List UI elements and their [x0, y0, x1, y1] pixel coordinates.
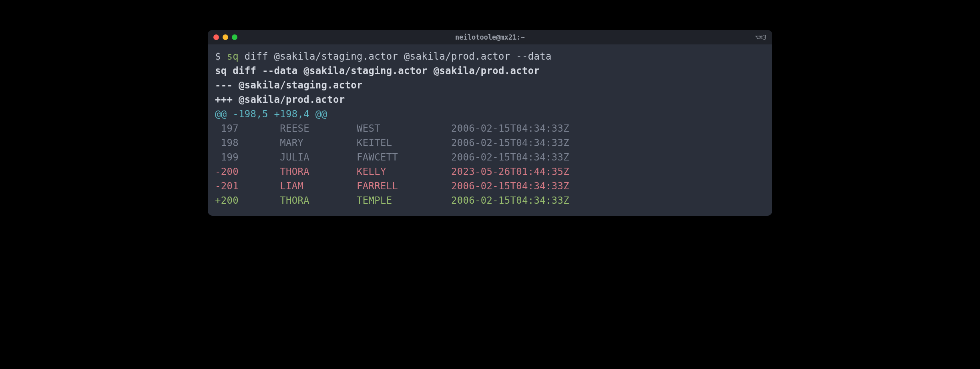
diff-hunk-header: @@ -198,5 +198,4 @@ [215, 107, 765, 121]
titlebar: neilotoole@mx21:~ ⌥⌘3 [208, 30, 772, 44]
diff-context-row: 197 REESE WEST 2006-02-15T04:34:33Z [215, 121, 765, 136]
command-name: sq [227, 51, 239, 62]
terminal-body[interactable]: $ sq diff @sakila/staging.actor @sakila/… [208, 44, 772, 216]
prompt-line: $ sq diff @sakila/staging.actor @sakila/… [215, 49, 765, 64]
diff-context-row: 198 MARY KEITEL 2006-02-15T04:34:33Z [215, 136, 765, 150]
close-icon[interactable] [213, 34, 219, 40]
diff-context-row: 199 JULIA FAWCETT 2006-02-15T04:34:33Z [215, 150, 765, 164]
keyboard-shortcut-indicator: ⌥⌘3 [755, 34, 767, 41]
terminal-window: neilotoole@mx21:~ ⌥⌘3 $ sq diff @sakila/… [208, 30, 772, 216]
diff-added-row: +200 THORA TEMPLE 2006-02-15T04:34:33Z [215, 193, 765, 208]
minimize-icon[interactable] [223, 34, 228, 40]
maximize-icon[interactable] [232, 34, 237, 40]
command-args: diff @sakila/staging.actor @sakila/prod.… [239, 51, 552, 62]
prompt-symbol: $ [215, 51, 227, 62]
diff-removed-row: -200 THORA KELLY 2023-05-26T01:44:35Z [215, 164, 765, 179]
diff-removed-row: -201 LIAM FARRELL 2006-02-15T04:34:33Z [215, 179, 765, 193]
echo-line: sq diff --data @sakila/staging.actor @sa… [215, 64, 765, 78]
diff-plus-header: +++ @sakila/prod.actor [215, 92, 765, 107]
traffic-lights [213, 34, 237, 40]
window-title: neilotoole@mx21:~ [455, 33, 525, 41]
diff-minus-header: --- @sakila/staging.actor [215, 78, 765, 92]
